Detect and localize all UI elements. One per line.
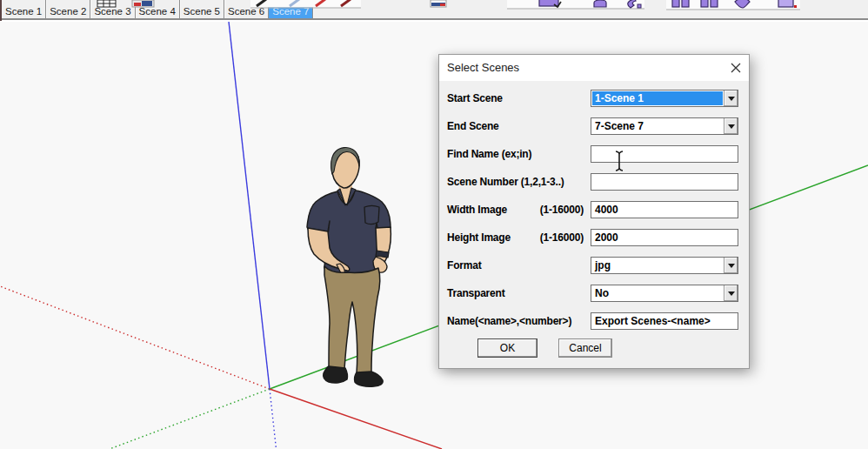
chevron-down-icon[interactable] [724,90,738,106]
scene-tab-bar: Scene 1Scene 2Scene 3Scene 4Scene 5Scene… [0,0,868,22]
dialog-title: Select Scenes [447,55,519,80]
height-image-input[interactable]: 2000 [591,229,738,246]
field-row-find-name: Find Name (ex;in) [439,140,749,168]
field-label-height-image: Height Image(1-16000) [447,224,591,251]
ok-button[interactable]: OK [477,338,537,358]
select-scenes-dialog: Select Scenes Start Scene1-Scene 1End Sc… [438,54,750,369]
i-beam-cursor [611,150,627,172]
person-watch [376,251,389,258]
dialog-titlebar[interactable]: Select Scenes [439,55,749,81]
field-label-suffix-height-image: (1-16000) [540,231,584,244]
end-scene-combo[interactable]: 7-Scene 7 [591,117,738,135]
section-icon[interactable] [132,0,154,7]
name-pattern-input[interactable]: Export Scenes-<name> [591,312,738,330]
scene-add-icon[interactable] [539,0,561,7]
dialog-buttons: OK Cancel [439,338,749,358]
field-row-width-image: Width Image(1-16000)4000 [439,196,749,224]
application-window: Scene 1Scene 2Scene 3Scene 4Scene 5Scene… [0,0,868,449]
layers-icon[interactable] [431,0,446,7]
close-icon[interactable] [730,62,742,74]
scene-update-icon[interactable] [594,0,606,7]
tabbar-highlight-line [0,20,868,22]
field-row-scene-number: Scene Number (1,2,1-3..) [439,168,749,196]
chevron-down-icon[interactable] [724,118,738,134]
field-label-format: Format [447,251,591,279]
person-pocket [364,206,379,224]
format-combo-value: jpg [592,258,723,272]
field-label-suffix-width-image: (1-16000) [540,204,584,216]
person-left-shoe [324,366,348,383]
scene-number-input[interactable] [591,173,738,191]
cancel-button[interactable]: Cancel [558,338,612,358]
start-scene-combo[interactable]: 1-Scene 1 [591,90,738,107]
format-combo[interactable]: jpg [591,257,738,274]
start-scene-combo-value: 1-Scene 1 [592,91,723,105]
field-row-name-pattern: Name(<name>,<number>)Export Scenes-<name… [439,307,749,335]
field-row-start-scene: Start Scene1-Scene 1 [439,84,749,112]
field-label-end-scene: End Scene [447,112,591,140]
transparent-combo[interactable]: No [591,285,738,302]
dialog-fields: Start Scene1-Scene 1End Scene7-Scene 7Fi… [439,84,749,335]
toolbar-fragments [0,0,868,10]
field-row-end-scene: End Scene7-Scene 7 [439,112,749,140]
field-label-transparent: Transparent [447,279,591,307]
chevron-down-icon[interactable] [724,258,738,273]
field-row-height-image: Height Image(1-16000)2000 [439,224,749,251]
field-row-format: Formatjpg [439,251,749,279]
width-image-input[interactable]: 4000 [591,201,738,218]
chevron-down-icon[interactable] [724,285,738,301]
field-label-scene-number: Scene Number (1,2,1-3..) [447,168,591,196]
transparent-combo-value: No [592,286,723,300]
field-row-transparent: TransparentNo [439,279,749,307]
end-scene-combo-value: 7-Scene 7 [592,119,723,133]
field-label-start-scene: Start Scene [447,84,591,112]
field-label-name-pattern: Name(<name>,<number>) [447,307,591,335]
field-label-find-name: Find Name (ex;in) [447,140,591,168]
field-label-width-image: Width Image(1-16000) [447,196,591,224]
